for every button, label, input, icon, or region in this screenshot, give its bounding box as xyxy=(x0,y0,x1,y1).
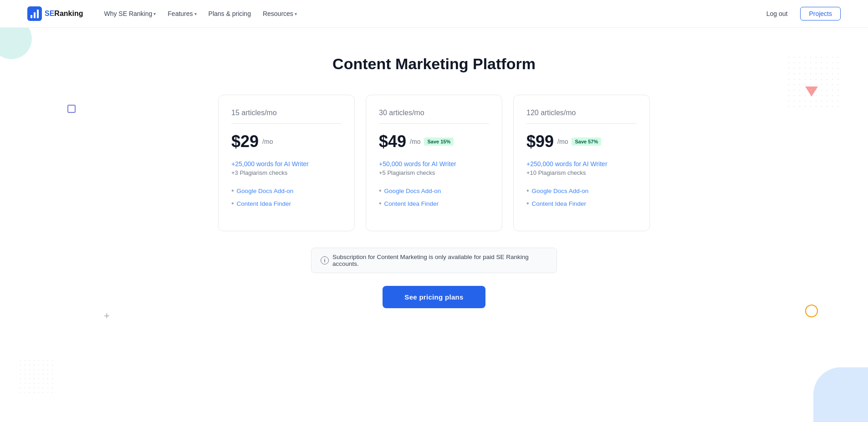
pricing-card-15: 15 articles/mo $29 /mo +25,000 words for… xyxy=(218,95,355,231)
plagiarism-checks: +5 Plagiarism checks xyxy=(379,169,489,176)
logo-text: SERanking xyxy=(45,10,83,18)
info-icon: i xyxy=(321,256,329,264)
price-period: /mo xyxy=(410,138,420,145)
nav-why-se-ranking[interactable]: Why SE Ranking ▾ xyxy=(99,7,160,20)
main-nav: SERanking Why SE Ranking ▾ Features ▾ Pl… xyxy=(0,0,868,28)
logout-button[interactable]: Log out xyxy=(761,7,793,20)
save-badge: Save 57% xyxy=(572,137,601,146)
price-amount: $49 xyxy=(379,132,406,151)
price-amount: $99 xyxy=(526,132,554,151)
list-item: Content Idea Finder xyxy=(526,197,637,210)
see-pricing-plans-button[interactable]: See pricing plans xyxy=(383,286,485,308)
list-item: Content Idea Finder xyxy=(231,197,342,210)
price-amount: $29 xyxy=(231,132,259,151)
card-divider xyxy=(231,123,342,124)
pricing-card-120: 120 articles/mo $99 /mo Save 57% +250,00… xyxy=(513,95,650,231)
projects-button[interactable]: Projects xyxy=(800,7,841,20)
articles-label: 15 articles/mo xyxy=(231,109,342,117)
articles-label: 120 articles/mo xyxy=(526,109,637,117)
card-divider xyxy=(526,123,637,124)
save-badge: Save 15% xyxy=(424,137,454,146)
decorative-dots-2 xyxy=(18,358,55,395)
nav-features[interactable]: Features ▾ xyxy=(163,7,201,20)
ai-words: +25,000 words for AI Writer xyxy=(231,160,342,168)
price-row: $99 /mo Save 57% xyxy=(526,132,637,151)
page-title: Content Marketing Platform xyxy=(18,55,850,73)
articles-label: 30 articles/mo xyxy=(379,109,489,117)
feature-list: Google Docs Add-on Content Idea Finder xyxy=(526,184,637,210)
list-item: Content Idea Finder xyxy=(379,197,489,210)
svg-rect-3 xyxy=(37,10,39,18)
nav-right: Log out Projects xyxy=(761,7,841,20)
cta-container: See pricing plans xyxy=(18,286,850,308)
chevron-down-icon: ▾ xyxy=(295,11,297,16)
chevron-down-icon: ▾ xyxy=(153,11,156,16)
plagiarism-checks: +3 Plagiarism checks xyxy=(231,169,342,176)
feature-list: Google Docs Add-on Content Idea Finder xyxy=(379,184,489,210)
list-item: Google Docs Add-on xyxy=(526,184,637,197)
price-row: $49 /mo Save 15% xyxy=(379,132,489,151)
ai-words: +250,000 words for AI Writer xyxy=(526,160,637,168)
price-period: /mo xyxy=(557,138,568,145)
card-divider xyxy=(379,123,489,124)
nav-plans-pricing[interactable]: Plans & pricing xyxy=(204,7,255,20)
nav-resources[interactable]: Resources ▾ xyxy=(258,7,301,20)
svg-rect-1 xyxy=(31,15,32,18)
pricing-card-30: 30 articles/mo $49 /mo Save 15% +50,000 … xyxy=(366,95,502,231)
list-item: Google Docs Add-on xyxy=(379,184,489,197)
pricing-cards: 15 articles/mo $29 /mo +25,000 words for… xyxy=(18,95,850,231)
info-notice: i Subscription for Content Marketing is … xyxy=(311,248,557,273)
decorative-blue-blob xyxy=(813,367,868,422)
list-item: Google Docs Add-on xyxy=(231,184,342,197)
chevron-down-icon: ▾ xyxy=(194,11,197,16)
logo[interactable]: SERanking xyxy=(27,6,83,21)
main-content: Content Marketing Platform 15 articles/m… xyxy=(0,28,868,345)
logo-icon xyxy=(27,6,42,21)
price-period: /mo xyxy=(262,138,273,145)
ai-words: +50,000 words for AI Writer xyxy=(379,160,489,168)
svg-rect-2 xyxy=(34,12,36,18)
price-row: $29 /mo xyxy=(231,132,342,151)
nav-links: Why SE Ranking ▾ Features ▾ Plans & pric… xyxy=(99,7,761,20)
feature-list: Google Docs Add-on Content Idea Finder xyxy=(231,184,342,210)
notice-text: Subscription for Content Marketing is on… xyxy=(332,254,547,267)
plagiarism-checks: +10 Plagiarism checks xyxy=(526,169,637,176)
